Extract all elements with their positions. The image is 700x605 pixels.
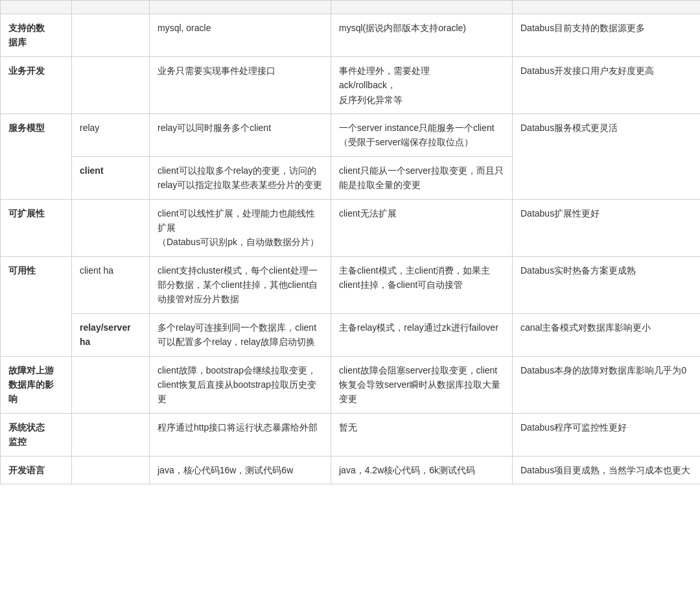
cell-category: 可用性 (1, 256, 72, 356)
cell-category: 支持的数 据库 (1, 14, 72, 57)
cell-canal: client只能从一个server拉取变更，而且只能是拉取全量的变更 (331, 156, 513, 199)
cell-category: 故障对上游 数据库的影 响 (1, 356, 72, 413)
cell-sub (72, 456, 150, 484)
cell-databus: relay可以同时服务多个client (150, 113, 331, 156)
cell-sub: client ha (72, 256, 150, 313)
cell-category: 业务开发 (1, 56, 72, 113)
cell-category: 服务模型 (1, 113, 72, 199)
table-row: 支持的数 据库mysql, oraclemysql(据说内部版本支持oracle… (1, 14, 701, 57)
table-row: relay/server ha多个relay可连接到同一个数据库，client可… (1, 313, 701, 356)
table-row: 系统状态 监控程序通过http接口将运行状态暴露给外部暂无Databus程序可监… (1, 413, 701, 456)
cell-databus: client故障，bootstrap会继续拉取变更，client恢复后直接从bo… (150, 356, 331, 413)
header-conclusion (513, 1, 701, 14)
table-row: 开发语言java，核心代码16w，测试代码6wjava，4.2w核心代码，6k测… (1, 456, 701, 484)
cell-databus: client支持cluster模式，每个client处理一部分数据，某个clie… (150, 256, 331, 313)
cell-databus: client可以线性扩展，处理能力也能线性扩展 （Databus可识别pk，自动… (150, 199, 331, 256)
cell-conclusion: Databus服务模式更灵活 (513, 113, 701, 199)
table-row: 可扩展性client可以线性扩展，处理能力也能线性扩展 （Databus可识别p… (1, 199, 701, 256)
header-sub (72, 1, 150, 14)
table-row: 可用性client haclient支持cluster模式，每个client处理… (1, 256, 701, 313)
cell-category: 可扩展性 (1, 199, 72, 256)
cell-sub (72, 14, 150, 57)
cell-canal: client故障会阻塞server拉取变更，client恢复会导致server瞬… (331, 356, 513, 413)
cell-sub: relay (72, 113, 150, 156)
cell-sub: client (72, 156, 150, 199)
comparison-table: 支持的数 据库mysql, oraclemysql(据说内部版本支持oracle… (0, 0, 700, 484)
cell-conclusion: Databus实时热备方案更成熟 (513, 256, 701, 313)
cell-databus: java，核心代码16w，测试代码6w (150, 456, 331, 484)
cell-databus: 程序通过http接口将运行状态暴露给外部 (150, 413, 331, 456)
table-row: 故障对上游 数据库的影 响client故障，bootstrap会继续拉取变更，c… (1, 356, 701, 413)
cell-category: 开发语言 (1, 456, 72, 484)
cell-canal: 事件处理外，需要处理 ack/rollback， 反序列化异常等 (331, 56, 513, 113)
cell-canal: 主备client模式，主client消费，如果主client挂掉，备client… (331, 256, 513, 313)
cell-canal: client无法扩展 (331, 199, 513, 256)
cell-databus: client可以拉取多个relay的变更，访问的relay可以指定拉取某些表某些… (150, 156, 331, 199)
cell-canal: mysql(据说内部版本支持oracle) (331, 14, 513, 57)
cell-sub (72, 56, 150, 113)
cell-conclusion: Databus程序可监控性更好 (513, 413, 701, 456)
cell-canal: 暂无 (331, 413, 513, 456)
cell-conclusion: Databus扩展性更好 (513, 199, 701, 256)
header-canal (331, 1, 513, 14)
cell-conclusion: Databus目前支持的数据源更多 (513, 14, 701, 57)
header-databus (150, 1, 331, 14)
cell-conclusion: Databus项目更成熟，当然学习成本也更大 (513, 456, 701, 484)
cell-canal: 一个server instance只能服务一个client （受限于server… (331, 113, 513, 156)
cell-sub: relay/server ha (72, 313, 150, 356)
cell-databus: 业务只需要实现事件处理接口 (150, 56, 331, 113)
table-header-row (1, 1, 701, 14)
cell-canal: 主备relay模式，relay通过zk进行failover (331, 313, 513, 356)
cell-sub (72, 356, 150, 413)
cell-conclusion: canal主备模式对数据库影响更小 (513, 313, 701, 356)
cell-sub (72, 199, 150, 256)
header-category (1, 1, 72, 14)
cell-sub (72, 413, 150, 456)
table-row: 服务模型relayrelay可以同时服务多个client一个server ins… (1, 113, 701, 156)
cell-canal: java，4.2w核心代码，6k测试代码 (331, 456, 513, 484)
table-row: 业务开发业务只需要实现事件处理接口事件处理外，需要处理 ack/rollback… (1, 56, 701, 113)
cell-conclusion: Databus本身的故障对数据库影响几乎为0 (513, 356, 701, 413)
cell-conclusion: Databus开发接口用户友好度更高 (513, 56, 701, 113)
cell-databus: mysql, oracle (150, 14, 331, 57)
cell-databus: 多个relay可连接到同一个数据库，client可以配置多个relay，rela… (150, 313, 331, 356)
cell-category: 系统状态 监控 (1, 413, 72, 456)
